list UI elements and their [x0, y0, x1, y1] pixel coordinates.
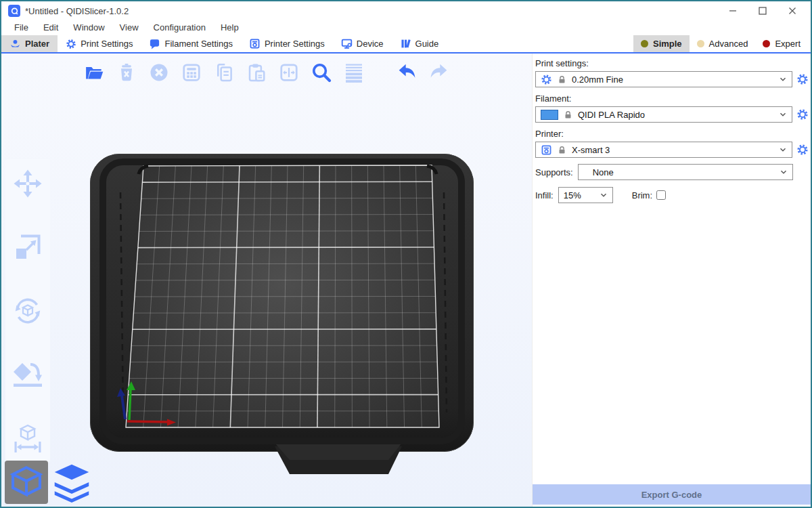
filament-icon	[149, 38, 160, 49]
mode-simple[interactable]: Simple	[633, 35, 690, 52]
expert-dot-icon	[763, 40, 770, 47]
printer-icon	[541, 144, 552, 156]
layers-preview-button[interactable]	[51, 462, 92, 504]
rotate-button[interactable]	[12, 295, 44, 327]
tab-print-settings[interactable]: Print Settings	[58, 35, 141, 52]
copy-button[interactable]	[211, 60, 236, 85]
paste-button[interactable]	[244, 60, 269, 85]
supports-value: None	[593, 167, 614, 177]
printer-label: Printer:	[535, 129, 809, 139]
settings-panel: Print settings: 0.20mm Fine Filament: QI…	[532, 54, 811, 507]
window-title: *Untitled - QIDISlicer-1.0.2	[25, 6, 129, 16]
supports-combo[interactable]: None	[578, 164, 793, 180]
title-bar: *Untitled - QIDISlicer-1.0.2	[1, 1, 811, 20]
chevron-down-icon	[779, 110, 787, 119]
simple-dot-icon	[641, 40, 648, 47]
close-button[interactable]	[788, 6, 797, 16]
open-button[interactable]	[81, 60, 106, 85]
delete-all-button[interactable]	[146, 60, 171, 85]
redo-button[interactable]	[426, 60, 451, 85]
viewport-3d[interactable]	[1, 54, 532, 507]
lock-icon	[558, 146, 566, 154]
app-window: *Untitled - QIDISlicer-1.0.2 File Edit W…	[0, 0, 812, 508]
device-icon	[341, 38, 353, 49]
brim-label: Brim:	[632, 190, 652, 200]
lock-icon	[558, 75, 566, 84]
undo-button[interactable]	[394, 60, 419, 85]
minimize-button[interactable]	[728, 6, 738, 16]
editor-3d-view-button[interactable]	[5, 461, 48, 504]
gizmo-toolbar	[5, 159, 50, 463]
tab-device[interactable]: Device	[333, 35, 392, 52]
variable-layer-height-button[interactable]	[341, 60, 366, 85]
tab-printer-settings[interactable]: Printer Settings	[241, 35, 333, 52]
chevron-down-icon	[780, 168, 788, 176]
guide-icon	[400, 38, 411, 49]
menu-file[interactable]: File	[7, 20, 36, 35]
tab-guide[interactable]: Guide	[392, 35, 447, 52]
filament-value: QIDI PLA Rapido	[578, 110, 645, 120]
split-objects-button[interactable]	[276, 60, 301, 85]
infill-label: Infill:	[535, 190, 554, 200]
tab-filament-settings[interactable]: Filament Settings	[141, 35, 240, 52]
edit-printer-button[interactable]	[796, 143, 809, 156]
advanced-dot-icon	[697, 40, 704, 47]
delete-button[interactable]	[114, 60, 139, 85]
export-gcode-button[interactable]: Export G-code	[533, 484, 811, 505]
supports-label: Supports:	[535, 167, 573, 177]
menu-help[interactable]: Help	[213, 20, 246, 35]
menu-configuration[interactable]: Configuration	[146, 20, 213, 35]
menu-view[interactable]: View	[112, 20, 146, 35]
menu-window[interactable]: Window	[66, 20, 112, 35]
plater-icon	[9, 38, 21, 49]
edit-filament-button[interactable]	[796, 108, 809, 121]
search-button[interactable]	[309, 60, 334, 85]
printer-icon	[249, 38, 261, 49]
plater-toolbar	[81, 60, 451, 85]
infill-combo[interactable]: 15%	[558, 187, 613, 203]
scale-button[interactable]	[12, 231, 44, 263]
edit-print-settings-button[interactable]	[796, 72, 809, 86]
mode-expert[interactable]: Expert	[755, 35, 808, 52]
menu-edit[interactable]: Edit	[36, 20, 66, 35]
brim-checkbox[interactable]	[656, 190, 666, 200]
maximize-button[interactable]	[758, 6, 767, 16]
filament-color-swatch	[541, 110, 558, 120]
chevron-down-icon	[779, 75, 787, 83]
print-settings-combo[interactable]: 0.20mm Fine	[535, 71, 792, 87]
measure-button[interactable]	[12, 422, 44, 454]
print-settings-label: Print settings:	[535, 58, 809, 68]
infill-value: 15%	[564, 190, 581, 200]
printer-value: X-smart 3	[572, 145, 610, 155]
place-on-face-button[interactable]	[12, 358, 44, 391]
view-toggle-group	[5, 461, 92, 504]
chevron-down-icon	[600, 191, 608, 199]
filament-combo[interactable]: QIDI PLA Rapido	[535, 106, 792, 123]
menu-bar: File Edit Window View Configuration Help	[1, 20, 811, 35]
chevron-down-icon	[779, 146, 787, 154]
mode-advanced[interactable]: Advanced	[690, 35, 756, 52]
move-button[interactable]	[12, 167, 44, 200]
tab-bar: Plater Print Settings Filament Settings …	[1, 35, 811, 54]
mode-switcher: Simple Advanced Expert	[633, 35, 811, 52]
gear-icon	[66, 39, 76, 49]
app-icon	[8, 5, 20, 17]
lock-icon	[564, 110, 572, 119]
arrange-button[interactable]	[179, 60, 204, 85]
gear-icon	[541, 74, 552, 85]
filament-label: Filament:	[535, 93, 809, 104]
tab-plater[interactable]: Plater	[1, 35, 58, 52]
print-bed	[1, 54, 532, 507]
print-settings-value: 0.20mm Fine	[572, 75, 623, 85]
printer-combo[interactable]: X-smart 3	[535, 142, 792, 158]
